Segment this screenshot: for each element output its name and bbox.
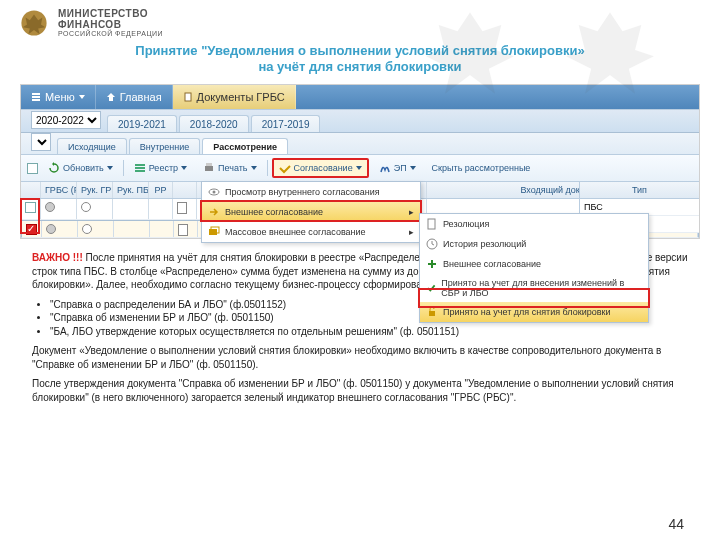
svg-rect-2 bbox=[32, 96, 40, 98]
select-all-checkbox[interactable] bbox=[27, 163, 38, 174]
doc-icon bbox=[426, 218, 438, 230]
svg-rect-16 bbox=[429, 311, 435, 316]
year-tab[interactable]: 2019-2021 bbox=[107, 115, 177, 132]
row-checkbox[interactable] bbox=[25, 202, 36, 213]
subtab-select[interactable] bbox=[31, 133, 51, 151]
registry-button[interactable]: Реестр bbox=[128, 159, 193, 177]
svg-rect-8 bbox=[205, 166, 213, 171]
svg-rect-6 bbox=[135, 167, 145, 169]
year-tab[interactable]: 2018-2020 bbox=[179, 115, 249, 132]
year-tabbar: 2020-2022 2019-2021 2018-2020 2017-2019 bbox=[21, 109, 699, 133]
arrow-right-icon bbox=[208, 206, 220, 218]
dropdown-item-external-agree[interactable]: Внешнее согласование ▸ bbox=[202, 202, 420, 222]
submenu-external-agree[interactable]: Внешнее согласование bbox=[420, 254, 648, 274]
submenu-resolution[interactable]: Резолюция bbox=[420, 214, 648, 234]
emblem-icon bbox=[20, 9, 48, 37]
docs-tab[interactable]: Документы ГРБС bbox=[173, 85, 296, 109]
svg-rect-3 bbox=[32, 99, 40, 101]
svg-rect-14 bbox=[428, 219, 435, 229]
page-icon bbox=[177, 202, 187, 214]
signature-icon bbox=[379, 162, 391, 174]
refresh-icon bbox=[48, 162, 60, 174]
svg-point-11 bbox=[213, 191, 216, 194]
menu-button[interactable]: Меню bbox=[21, 85, 96, 109]
year-select[interactable]: 2020-2022 bbox=[31, 111, 101, 129]
svg-rect-4 bbox=[185, 93, 191, 101]
status-dot-icon bbox=[81, 202, 91, 212]
page-number: 44 bbox=[668, 516, 684, 532]
row-checkbox[interactable] bbox=[26, 224, 37, 235]
document-icon bbox=[183, 92, 193, 102]
svg-rect-9 bbox=[206, 163, 212, 166]
page-title: Принятие "Уведомления о выполнении услов… bbox=[0, 41, 720, 80]
handshake-icon bbox=[279, 162, 291, 174]
check-icon bbox=[426, 282, 436, 294]
sign-button[interactable]: ЭП bbox=[373, 159, 422, 177]
external-agree-submenu: Резолюция История резолюций Внешнее согл… bbox=[419, 213, 649, 323]
agree-button[interactable]: Согласование bbox=[272, 158, 369, 178]
app-window: Меню Главная Документы ГРБС 2020-2022 20… bbox=[20, 84, 700, 239]
refresh-button[interactable]: Обновить bbox=[42, 159, 119, 177]
status-dot-icon bbox=[46, 224, 56, 234]
page-header: МИНИСТЕРСТВО ФИНАНСОВ РОССИЙСКОЙ ФЕДЕРАЦ… bbox=[0, 0, 720, 41]
subtab-outgoing[interactable]: Исходящие bbox=[57, 138, 127, 154]
clock-icon bbox=[426, 238, 438, 250]
stack-icon bbox=[208, 226, 220, 238]
dropdown-item-mass-external[interactable]: Массовое внешнее согласование ▸ bbox=[202, 222, 420, 242]
home-icon bbox=[106, 92, 116, 102]
toolbar: Обновить Реестр Печать Согласование ЭП С… bbox=[21, 155, 699, 182]
svg-rect-7 bbox=[135, 170, 145, 172]
page-icon bbox=[178, 224, 188, 236]
svg-rect-1 bbox=[32, 93, 40, 95]
agree-dropdown: Просмотр внутреннего согласования Внешне… bbox=[201, 181, 421, 243]
list-icon bbox=[134, 162, 146, 174]
printer-icon bbox=[203, 162, 215, 174]
svg-rect-12 bbox=[209, 229, 217, 235]
home-button[interactable]: Главная bbox=[96, 85, 173, 109]
submenu-accept-sbr[interactable]: Принято на учет для внесения изменений в… bbox=[420, 274, 648, 302]
menu-icon bbox=[31, 92, 41, 102]
subtab-internal[interactable]: Внутренние bbox=[129, 138, 201, 154]
submenu-history[interactable]: История резолюций bbox=[420, 234, 648, 254]
hide-reviewed-button[interactable]: Скрыть рассмотренные bbox=[426, 160, 537, 176]
svg-rect-5 bbox=[135, 164, 145, 166]
menubar: Меню Главная Документы ГРБС bbox=[21, 85, 699, 109]
dropdown-item-view-internal[interactable]: Просмотр внутреннего согласования bbox=[202, 182, 420, 202]
year-tab[interactable]: 2017-2019 bbox=[251, 115, 321, 132]
ministry-name: МИНИСТЕРСТВО ФИНАНСОВ РОССИЙСКОЙ ФЕДЕРАЦ… bbox=[58, 8, 163, 37]
status-dot-icon bbox=[45, 202, 55, 212]
unlock-icon bbox=[426, 306, 438, 318]
eye-icon bbox=[208, 186, 220, 198]
subtabs: Исходящие Внутренние Рассмотрение bbox=[21, 133, 699, 155]
plus-icon bbox=[426, 258, 438, 270]
submenu-accept-unblock[interactable]: Принято на учет для снятия блокировки bbox=[420, 302, 648, 322]
subtab-review[interactable]: Рассмотрение bbox=[202, 138, 288, 154]
print-button[interactable]: Печать bbox=[197, 159, 262, 177]
status-dot-icon bbox=[82, 224, 92, 234]
